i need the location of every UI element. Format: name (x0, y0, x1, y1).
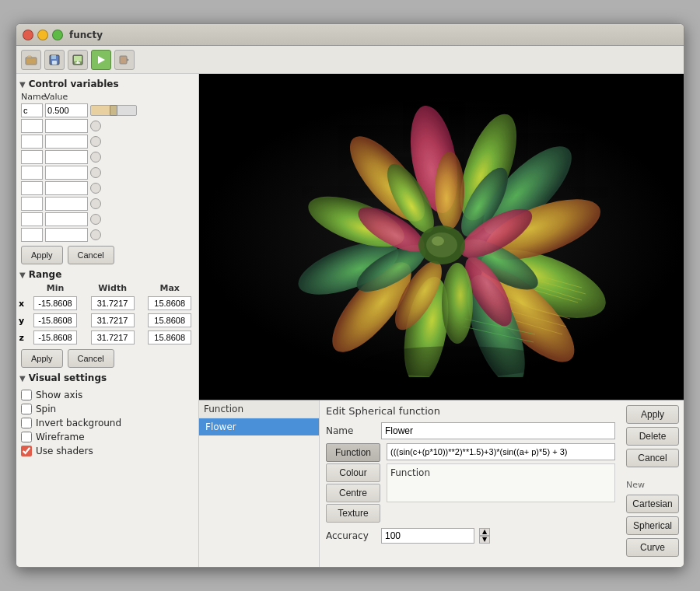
edit-tabs-area: Function Colour Centre Texture (326, 443, 615, 523)
accuracy-label: Accuracy (326, 530, 376, 541)
visual-settings-header[interactable]: ▼ Visual settings (16, 371, 198, 385)
ctrl-value-2[interactable] (45, 119, 88, 133)
ctrl-name-9[interactable] (21, 228, 43, 242)
range-z-min[interactable] (33, 330, 77, 344)
save-button[interactable] (44, 50, 65, 70)
ctrl-name-5[interactable] (21, 166, 43, 180)
minimize-button[interactable] (37, 30, 48, 40)
control-variables-cols: Name Value (16, 91, 198, 103)
accuracy-input[interactable] (381, 528, 474, 544)
control-apply-button[interactable]: Apply (21, 246, 63, 264)
wireframe-row: Wireframe (21, 430, 194, 444)
ctrl-value-3[interactable] (45, 135, 88, 149)
circle-btn-5[interactable] (90, 167, 101, 178)
visual-settings-section: Show axis Spin Invert background Wirefra… (16, 385, 198, 461)
record-button[interactable] (114, 50, 135, 70)
edit-delete-button[interactable]: Delete (626, 427, 679, 446)
control-cancel-button[interactable]: Cancel (68, 246, 114, 264)
export-button[interactable] (68, 50, 88, 70)
range-z-width[interactable] (91, 330, 135, 344)
tab-texture[interactable]: Texture (326, 504, 380, 523)
function-tabs: Function Colour Centre Texture (326, 443, 380, 523)
ctrl-name-2[interactable] (21, 119, 43, 133)
circle-btn-6[interactable] (90, 183, 101, 194)
range-x-min[interactable] (33, 296, 77, 310)
circle-btn-8[interactable] (90, 214, 101, 225)
function-content-label: Function (390, 467, 430, 478)
range-row-x: x (16, 295, 198, 312)
range-z-max[interactable] (148, 330, 191, 344)
edit-name-row: Name (326, 422, 615, 439)
close-button[interactable] (23, 30, 33, 40)
accuracy-up[interactable]: ▲ (479, 528, 490, 536)
svg-point-44 (364, 346, 551, 377)
ctrl-name-6[interactable] (21, 181, 43, 195)
ctrl-value-4[interactable] (45, 150, 88, 164)
ctrl-name-7[interactable] (21, 197, 43, 211)
range-x-width[interactable] (91, 296, 135, 310)
range-row-z: z (16, 329, 198, 346)
control-row-7 (16, 196, 198, 212)
new-cartesian-button[interactable]: Cartesian (626, 495, 679, 513)
tab-colour[interactable]: Colour (326, 463, 380, 482)
ctrl-name-c[interactable] (21, 103, 43, 117)
tab-centre[interactable]: Centre (326, 484, 380, 502)
control-row-9 (16, 227, 198, 243)
function-list-item-flower[interactable]: Flower (199, 418, 319, 435)
circle-btn-2[interactable] (90, 121, 101, 131)
control-variables-header[interactable]: ▼ Control variables (16, 77, 198, 91)
new-curve-button[interactable]: Curve (626, 538, 679, 557)
control-row-5 (16, 165, 198, 180)
edit-apply-button[interactable]: Apply (626, 405, 679, 424)
open-button[interactable] (21, 50, 41, 70)
range-min-header: Min (26, 282, 84, 295)
range-y-max[interactable] (148, 313, 191, 327)
ctrl-value-5[interactable] (45, 166, 88, 180)
ctrl-slider-c[interactable] (90, 105, 137, 116)
control-row-6 (16, 180, 198, 196)
ctrl-value-8[interactable] (45, 212, 88, 226)
ctrl-value-7[interactable] (45, 197, 88, 211)
ctrl-value-9[interactable] (45, 228, 88, 242)
range-btn-row: Apply Cancel (16, 346, 198, 371)
circle-btn-4[interactable] (90, 152, 101, 163)
circle-btn-7[interactable] (90, 198, 101, 209)
ctrl-name-4[interactable] (21, 150, 43, 164)
control-variables-label: Control variables (29, 79, 119, 89)
maximize-button[interactable] (52, 30, 63, 40)
spin-checkbox[interactable] (21, 404, 32, 414)
toolbar (16, 46, 684, 74)
wireframe-label: Wireframe (36, 432, 85, 442)
wireframe-checkbox[interactable] (21, 432, 32, 442)
play-button[interactable] (91, 50, 111, 70)
main-content: ▼ Control variables Name Value (16, 74, 684, 567)
range-y-min[interactable] (33, 313, 77, 327)
range-header[interactable]: ▼ Range (16, 268, 198, 282)
ctrl-value-6[interactable] (45, 181, 88, 195)
tab-function[interactable]: Function (326, 443, 380, 462)
circle-btn-3[interactable] (90, 136, 101, 147)
left-panel: ▼ Control variables Name Value (16, 74, 199, 567)
range-x-label: x (16, 295, 26, 312)
accuracy-down[interactable]: ▼ (479, 536, 490, 544)
range-cancel-button[interactable]: Cancel (68, 349, 114, 368)
invert-bg-checkbox[interactable] (21, 418, 32, 428)
edit-name-input[interactable] (381, 422, 615, 439)
control-variables-btn-row: Apply Cancel (16, 243, 198, 268)
range-apply-button[interactable]: Apply (21, 349, 63, 368)
ctrl-name-8[interactable] (21, 212, 43, 226)
range-row-y: y (16, 312, 198, 329)
svg-rect-5 (74, 56, 82, 61)
range-y-width[interactable] (91, 313, 135, 327)
new-spherical-button[interactable]: Spherical (626, 516, 679, 535)
invert-bg-row: Invert background (21, 416, 194, 430)
use-shaders-checkbox[interactable] (21, 446, 32, 456)
viewport[interactable] (199, 74, 684, 400)
edit-cancel-button[interactable]: Cancel (626, 449, 679, 467)
ctrl-name-3[interactable] (21, 135, 43, 149)
circle-btn-9[interactable] (90, 229, 101, 240)
function-input[interactable] (387, 443, 615, 460)
show-axis-checkbox[interactable] (21, 390, 32, 400)
ctrl-value-c[interactable] (45, 103, 88, 117)
range-x-max[interactable] (148, 296, 191, 310)
